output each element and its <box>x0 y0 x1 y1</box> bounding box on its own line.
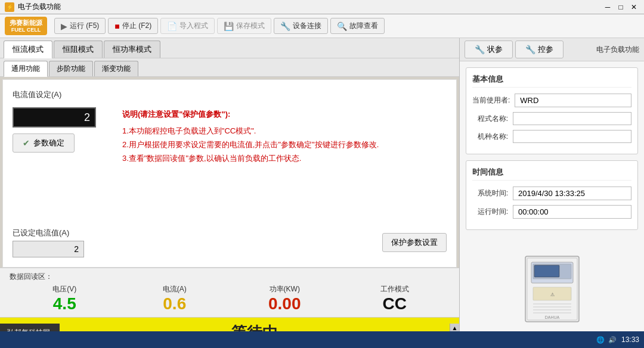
readback-current: 电流(A) 0.6 <box>120 284 230 313</box>
right-content: 基本信息 当前使用者: WRD 程式名称: 机种名称: <box>460 61 644 348</box>
window-title: 电子负载功能 <box>18 2 61 12</box>
tab-gradient[interactable]: 渐变功能 <box>94 61 138 76</box>
time-info-title: 时间信息 <box>472 167 631 181</box>
current-user-row: 当前使用者: WRD <box>472 94 631 107</box>
right-title: 电子负载功能 <box>596 45 639 55</box>
taskbar: 🌐 🔊 13:33 <box>0 331 644 348</box>
import-icon: 📄 <box>167 21 177 31</box>
readback-section-label: 数据回读区： <box>10 272 450 282</box>
tab-constant-current[interactable]: 恒流模式 <box>4 41 52 58</box>
system-time-value: 2019/4/30 13:33:25 <box>513 187 631 200</box>
connect-button[interactable]: 🔧 设备连接 <box>274 18 328 34</box>
save-icon: 💾 <box>224 21 234 31</box>
run-button[interactable]: ▶ 运行 (F5) <box>54 18 106 34</box>
right-panel: 🔧 状参 🔧 控参 电子负载功能 基本信息 当前使用者: WRD <box>459 38 644 348</box>
mode-tab-bar: 恒流模式 恒阻模式 恒功率模式 <box>0 38 459 58</box>
mode-label: 工作模式 <box>380 284 409 294</box>
func-tab-bar: 通用功能 步阶功能 渐变功能 <box>0 58 459 77</box>
program-name-label: 程式名称: <box>472 114 508 124</box>
stop-button[interactable]: ■ 停止 (F2) <box>108 18 158 34</box>
right-toolbar: 🔧 状参 🔧 控参 电子负载功能 <box>460 38 644 61</box>
current-user-value: WRD <box>515 94 631 107</box>
set-current-display: 2 <box>13 241 84 257</box>
status-params-button[interactable]: 🔧 状参 <box>465 41 513 58</box>
run-time-value: 00:00:00 <box>513 205 631 219</box>
basic-info-title: 基本信息 <box>472 74 631 88</box>
data-readback-panel: 数据回读区： 电压(V) 4.5 电流(A) 0.6 功率(KW) 0.00 <box>0 268 459 317</box>
fault-icon: 🔍 <box>337 21 347 31</box>
taskbar-time: 13:33 <box>621 335 639 344</box>
title-bar: ⚡ 电子负载功能 ─ □ ✕ <box>0 0 644 14</box>
import-button[interactable]: 📄 导入程式 <box>160 18 215 34</box>
connect-icon: 🔧 <box>280 21 290 31</box>
control-wrench-icon: 🔧 <box>525 45 535 54</box>
app-icon: ⚡ <box>5 2 14 12</box>
main-toolbar: 弗赛新能源 FUEL CELL ▶ 运行 (F5) ■ 停止 (F2) 📄 导入… <box>0 14 644 38</box>
taskbar-icons: 🌐 🔊 <box>596 336 617 344</box>
device-svg: ⚠ DAHUA <box>516 250 588 328</box>
left-panel: 恒流模式 恒阻模式 恒功率模式 通用功能 步阶功能 渐变功能 电流值设定(A) <box>0 38 459 348</box>
program-name-row: 程式名称: <box>472 112 631 125</box>
instruction-title: 说明(请注意设置"保护值参数"): <box>122 107 447 121</box>
main-content-area: 电流值设定(A) ✔ 参数确定 说明(请注意设置"保护值参数"): 1.本功能程… <box>2 79 457 268</box>
confirm-button[interactable]: ✔ 参数确定 <box>13 133 75 153</box>
logo-button[interactable]: 弗赛新能源 FUEL CELL <box>5 17 47 35</box>
run-time-label: 运行时间: <box>472 207 508 217</box>
system-time-label: 系统时间: <box>472 188 508 198</box>
tab-step[interactable]: 步阶功能 <box>49 61 93 76</box>
status-wrench-icon: 🔧 <box>475 45 485 54</box>
current-input[interactable] <box>13 107 96 128</box>
instruction-line-1: 1.本功能程控电子负载进入到"CC模式". <box>122 124 447 138</box>
readback-mode: 工作模式 CC <box>340 284 450 313</box>
voltage-label: 电压(V) <box>52 284 76 294</box>
fault-button[interactable]: 🔍 故障查看 <box>330 18 385 34</box>
current-user-label: 当前使用者: <box>472 95 510 105</box>
power-value: 0.00 <box>268 294 301 313</box>
tab-general[interactable]: 通用功能 <box>4 61 48 77</box>
minimize-button[interactable]: ─ <box>602 2 613 13</box>
model-name-row: 机种名称: <box>472 130 631 143</box>
mode-value: CC <box>383 294 407 313</box>
checkmark-icon: ✔ <box>23 138 30 148</box>
system-time-row: 系统时间: 2019/4/30 13:33:25 <box>472 187 631 200</box>
network-icon: 🌐 <box>596 336 605 344</box>
current-setting-label: 电流值设定(A) <box>13 89 447 100</box>
speaker-icon: 🔊 <box>608 336 617 344</box>
run-icon: ▶ <box>61 21 67 31</box>
tab-constant-resistance[interactable]: 恒阻模式 <box>54 41 103 58</box>
basic-info-section: 基本信息 当前使用者: WRD 程式名称: 机种名称: <box>466 67 638 154</box>
instruction-line-2: 2.用户根据使用要求设定需要的电流值,并点击"参数确定"按键进行参数修改. <box>122 138 447 151</box>
current-value: 0.6 <box>163 294 186 313</box>
stop-icon: ■ <box>114 21 119 31</box>
maximize-button[interactable]: □ <box>615 2 626 13</box>
model-name-label: 机种名称: <box>472 132 508 142</box>
readback-power: 功率(KW) 0.00 <box>230 284 340 313</box>
power-label: 功率(KW) <box>270 284 300 294</box>
time-info-section: 时间信息 系统时间: 2019/4/30 13:33:25 运行时间: 00:0… <box>466 160 638 230</box>
current-label: 电流(A) <box>163 284 187 294</box>
readback-voltage: 电压(V) 4.5 <box>10 284 120 313</box>
close-button[interactable]: ✕ <box>628 2 639 13</box>
svg-text:⚠: ⚠ <box>550 292 554 297</box>
program-name-value <box>513 112 631 125</box>
voltage-value: 4.5 <box>53 294 76 313</box>
control-params-button[interactable]: 🔧 控参 <box>515 41 564 58</box>
model-name-value <box>513 130 631 143</box>
tab-constant-power[interactable]: 恒功率模式 <box>104 41 160 58</box>
save-mode-button[interactable]: 💾 保存模式 <box>217 18 271 34</box>
svg-rect-4 <box>534 265 559 277</box>
device-image: ⚠ DAHUA <box>466 236 638 342</box>
save-params-button[interactable]: 保护参数设置 <box>382 233 447 252</box>
run-time-row: 运行时间: 00:00:00 <box>472 205 631 219</box>
instructions-panel: 说明(请注意设置"保护值参数"): 1.本功能程控电子负载进入到"CC模式". … <box>122 107 447 166</box>
svg-text:DAHUA: DAHUA <box>544 315 559 319</box>
readback-row: 电压(V) 4.5 电流(A) 0.6 功率(KW) 0.00 工作模式 CC <box>10 284 450 313</box>
instruction-line-3: 3.查看"数据回读值"参数,以确认当前负载的工作状态. <box>122 151 447 165</box>
set-current-label: 已设定电流值(A) <box>13 228 84 238</box>
